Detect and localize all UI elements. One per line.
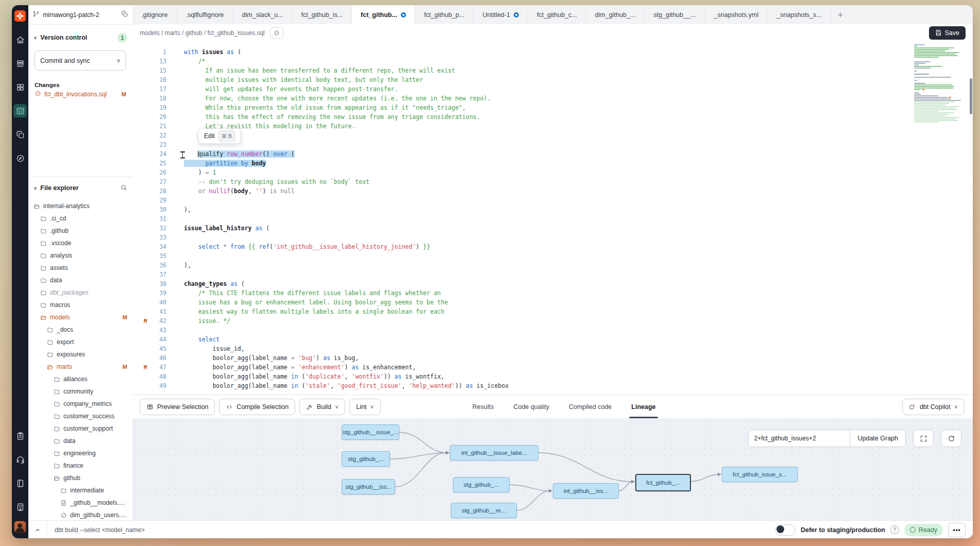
code-line[interactable]: 35: [132, 251, 911, 261]
code-line[interactable]: 39 /* This CTE flattens the different is…: [132, 288, 911, 298]
tree-item[interactable]: _github__models.yml: [28, 497, 132, 509]
dbt-logo-icon[interactable]: [13, 9, 27, 23]
code-line[interactable]: 23: [132, 140, 911, 149]
panel-tab-results[interactable]: Results: [472, 395, 494, 418]
code-line[interactable]: 38change_types as (: [132, 279, 911, 288]
tree-item[interactable]: martsM: [28, 361, 132, 373]
tab-stg-github-[interactable]: stg_github__...: [645, 5, 705, 24]
book-icon[interactable]: [13, 476, 27, 490]
defer-toggle[interactable]: [775, 524, 796, 536]
version-control-section-header[interactable]: ∨ Version control 1: [28, 31, 132, 44]
lineage-node-selected[interactable]: fct_github_...: [635, 474, 691, 491]
code-line[interactable]: 31: [132, 214, 911, 224]
new-tab-button[interactable]: [831, 5, 850, 24]
tab--snapshots-s-[interactable]: _snapshots_s...: [768, 5, 831, 24]
lineage-node[interactable]: fct_github_issue_s...: [722, 467, 798, 482]
code-line[interactable]: 46 boolor_agg(label_name = 'bug') as is_…: [132, 353, 911, 363]
tree-item[interactable]: export: [28, 336, 132, 348]
code-line[interactable]: 16 multiple issues with identical body t…: [132, 75, 911, 84]
commit-and-sync-dropdown[interactable]: Commit and sync ∨: [35, 50, 126, 71]
tab-untitled-1[interactable]: Untitled-1: [474, 5, 528, 24]
tab-dim-github-[interactable]: dim_github_...: [586, 5, 645, 24]
tree-item[interactable]: _docs: [28, 323, 132, 336]
tree-item[interactable]: macros: [28, 299, 132, 311]
overflow-menu-button[interactable]: •••: [948, 523, 966, 537]
code-line[interactable]: 29: [132, 196, 911, 205]
code-line[interactable]: 21 Let's revisit this modeling in the fu…: [132, 122, 911, 131]
code-line[interactable]: 44 select: [132, 335, 911, 344]
tree-item[interactable]: company_metrics: [28, 398, 132, 410]
help-icon[interactable]: ?: [890, 525, 899, 534]
compile-selection-button[interactable]: Compile Selection: [219, 399, 295, 415]
lineage-canvas[interactable]: stg_github__issue_...stg_github_...stg_g…: [132, 418, 973, 520]
tree-item[interactable]: github: [28, 472, 132, 484]
code-line[interactable]: 1with issues as (: [132, 47, 911, 57]
changed-file-row[interactable]: fct_dbt_invocations.sql M: [28, 88, 132, 100]
code-line[interactable]: 13 /*: [132, 57, 911, 66]
update-graph-button[interactable]: Update Graph: [850, 430, 905, 447]
code-line[interactable]: 32issue_label_history as (: [132, 224, 911, 233]
code-line[interactable]: 41 easiest way to flatten multiple label…: [132, 307, 911, 316]
tab-fct-github-is-[interactable]: fct_github_is...: [292, 5, 352, 24]
code-line[interactable]: 19 While this prevents the old issue fro…: [132, 103, 911, 112]
code-line[interactable]: 34 select * from {{ ref('int_github__iss…: [132, 242, 911, 251]
code-line[interactable]: 36),: [132, 261, 911, 270]
tab--snapshots-yml[interactable]: _snapshots.yml: [705, 5, 768, 24]
copy-path-icon[interactable]: [270, 27, 283, 39]
code-editor-icon[interactable]: [13, 104, 27, 117]
dbt-copilot-button[interactable]: dbt Copilot ∨: [902, 399, 965, 415]
lineage-node[interactable]: stg_github__iss...: [342, 479, 395, 494]
code-line[interactable]: 40 issue has a bug or enhancement label.…: [132, 298, 911, 307]
tree-item[interactable]: data: [28, 274, 132, 286]
fullscreen-button[interactable]: [913, 430, 934, 447]
tree-item[interactable]: customer_success: [28, 410, 132, 422]
panel-tab-code-quality[interactable]: Code quality: [513, 395, 549, 418]
headset-icon[interactable]: [13, 453, 27, 466]
lineage-node[interactable]: int_github__issue_labe...: [450, 445, 538, 460]
tab-fct-github-[interactable]: fct_github...: [352, 5, 415, 24]
tab--sqlfluffignore[interactable]: .sqlfluffignore: [177, 5, 233, 24]
expand-panel-button[interactable]: [28, 521, 47, 538]
grid-icon[interactable]: [13, 80, 27, 94]
code-line[interactable]: 15 If an issue has been transferred to a…: [132, 66, 911, 75]
save-button[interactable]: Save: [929, 26, 966, 40]
code-line[interactable]: 49 boolor_agg(label_name in ('stale', 'g…: [132, 381, 911, 390]
tree-item[interactable]: engineering: [28, 447, 132, 459]
copy-icon[interactable]: [121, 10, 128, 20]
tree-item[interactable]: dbt_packages: [28, 286, 132, 299]
tree-item[interactable]: internal-analytics: [28, 200, 132, 212]
windows-icon[interactable]: [13, 128, 27, 141]
tree-item[interactable]: alliances: [28, 373, 132, 385]
code-line[interactable]: M47 boolor_agg(label_name = 'enhancement…: [132, 363, 911, 372]
building-icon[interactable]: [13, 500, 27, 514]
lineage-node[interactable]: stg_github_...: [453, 477, 510, 492]
code-line[interactable]: 27 -- don't try deduping issues with no …: [132, 177, 911, 186]
tree-item[interactable]: data: [28, 435, 132, 447]
build-button[interactable]: Build ∨: [299, 399, 345, 415]
code-line[interactable]: 48 boolor_agg(label_name in ('duplicate'…: [132, 372, 911, 381]
clipboard-icon[interactable]: [13, 429, 27, 442]
code-line[interactable]: 43: [132, 326, 911, 335]
panel-tab-lineage[interactable]: Lineage: [631, 395, 655, 418]
code-line[interactable]: 33: [132, 233, 911, 242]
tab-fct-github-c-[interactable]: fct_github_c...: [528, 5, 586, 24]
tab-fct-github-p-[interactable]: fct_github_p...: [415, 5, 474, 24]
tree-item[interactable]: dim_github_users.sql: [28, 509, 132, 521]
lineage-node[interactable]: stg_github__issue_...: [342, 424, 399, 440]
code-line[interactable]: 18 For now, choose the one with more rec…: [132, 94, 911, 103]
code-line[interactable]: 45 issue_id,: [132, 344, 911, 353]
code-line[interactable]: 22: [132, 131, 911, 140]
minimap[interactable]: [914, 44, 968, 123]
tab--gitignore[interactable]: .gitignore: [132, 5, 177, 24]
tree-item[interactable]: finance: [28, 459, 132, 472]
tree-item[interactable]: .github: [28, 225, 132, 237]
code-editor[interactable]: 1with issues as (13 /*15 If an issue has…: [132, 41, 973, 395]
refresh-button[interactable]: [941, 430, 961, 447]
tree-item[interactable]: intermediate: [28, 484, 132, 497]
edit-popover[interactable]: Edit ⌘ B: [198, 128, 241, 144]
tree-item[interactable]: community: [28, 385, 132, 398]
command-input[interactable]: dbt build --select <model_name>: [55, 526, 145, 534]
panel-tab-compiled-code[interactable]: Compiled code: [569, 395, 612, 418]
tree-item[interactable]: customer_support: [28, 422, 132, 435]
tree-item[interactable]: assets: [28, 262, 132, 274]
